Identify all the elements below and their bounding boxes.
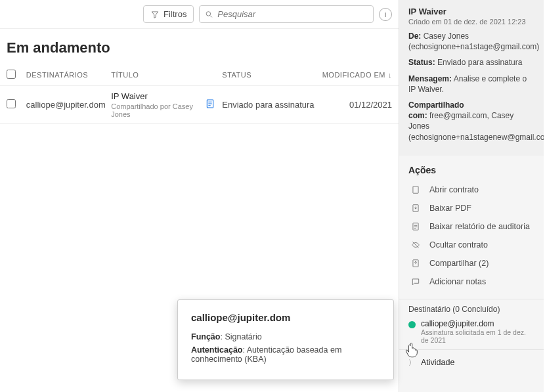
audit-icon: [410, 222, 422, 231]
action-note[interactable]: Adicionar notas: [406, 272, 537, 291]
action-download-pdf[interactable]: Baixar PDF: [406, 199, 537, 217]
action-audit[interactable]: Baixar relatório de auditoria: [406, 217, 537, 236]
row-checkbox[interactable]: [7, 99, 16, 108]
action-label: Adicionar notas: [429, 277, 486, 286]
status-dot-icon: [408, 321, 416, 328]
share-icon: [410, 259, 422, 268]
filters-label: Filtros: [164, 9, 186, 19]
action-label: Ocultar contrato: [429, 240, 488, 250]
actions-heading: Ações: [399, 156, 544, 181]
action-label: Compartilhar (2): [429, 259, 489, 268]
col-header-modified[interactable]: MODIFICADO EM↓: [320, 71, 392, 79]
details-panel: IP Waiver Criado em 01 de dez. de 2021 1…: [399, 0, 544, 392]
row-modified: 01/12/2021: [320, 100, 392, 110]
recipient-popup: calliope@jupiter.dom Função: Signatário …: [177, 299, 394, 380]
action-label: Baixar PDF: [429, 204, 471, 213]
filter-icon: [150, 10, 160, 19]
open-icon: [410, 185, 422, 194]
recipient-email: calliope@jupiter.dom: [421, 319, 534, 328]
action-share[interactable]: Compartilhar (2): [406, 254, 537, 272]
action-label: Baixar relatório de auditoria: [429, 222, 530, 231]
action-open[interactable]: Abrir contrato: [406, 181, 537, 199]
row-title: IP Waiver: [111, 91, 205, 101]
page-title: Em andamento: [0, 29, 399, 64]
col-header-status[interactable]: STATUS: [222, 71, 320, 79]
search-input[interactable]: [217, 9, 368, 19]
popup-title: calliope@jupiter.dom: [191, 312, 380, 323]
details-title: IP Waiver: [408, 7, 534, 16]
hide-icon: [410, 240, 422, 250]
col-header-recipients[interactable]: DESTINATÁRIOS: [26, 71, 111, 79]
table-row[interactable]: calliope@jupiter.dom IP Waiver Compartil…: [0, 86, 399, 124]
recipient-sub: Assinatura solicitada em 1 de dez. de 20…: [421, 328, 534, 344]
row-status: Enviado para assinatura: [222, 100, 320, 110]
details-created: Criado em 01 de dez. de 2021 12:23: [408, 18, 534, 26]
table-header-row: DESTINATÁRIOS TÍTULO STATUS MODIFICADO E…: [0, 64, 399, 86]
svg-rect-2: [413, 186, 418, 193]
col-header-title[interactable]: TÍTULO: [111, 71, 222, 79]
svg-rect-4: [413, 223, 418, 230]
note-icon: [410, 277, 422, 286]
filters-button[interactable]: Filtros: [143, 5, 194, 23]
recipient-entry[interactable]: calliope@jupiter.dom Assinatura solicita…: [408, 319, 534, 344]
row-recipient: calliope@jupiter.dom: [26, 100, 111, 110]
sort-desc-icon: ↓: [388, 71, 392, 79]
download-pdf-icon: [410, 204, 422, 213]
select-all-checkbox[interactable]: [7, 70, 16, 79]
search-icon: [205, 10, 213, 19]
row-subtitle: Compartilhado por Casey Jones: [111, 102, 205, 118]
activity-label: Atividade: [421, 358, 454, 367]
activity-toggle[interactable]: 〉 Atividade: [399, 349, 544, 376]
action-hide[interactable]: Ocultar contrato: [406, 236, 537, 254]
recipients-heading: Destinatário (0 Concluído): [408, 305, 534, 314]
info-icon[interactable]: i: [379, 8, 392, 21]
action-label: Abrir contrato: [429, 185, 479, 194]
document-icon: [205, 98, 215, 111]
svg-point-0: [207, 11, 211, 15]
chevron-right-icon: 〉: [408, 358, 416, 368]
search-box[interactable]: [199, 5, 374, 23]
